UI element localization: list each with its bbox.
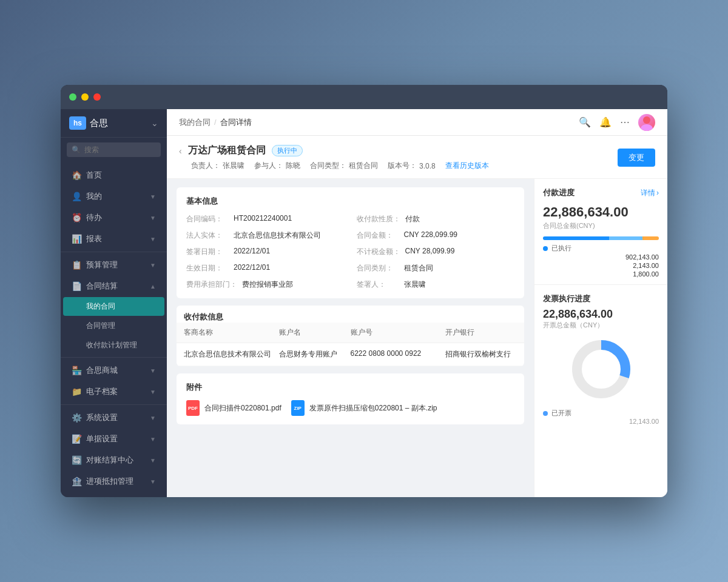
sidebar-item-biz-setting[interactable]: 🏢 对公业务设置 ▼ bbox=[63, 492, 164, 497]
table-header: 客商名称 账户名 账户号 开户银行 bbox=[177, 323, 524, 343]
cell-client: 北京合思信息技术有限公司 bbox=[184, 349, 279, 360]
info-row: 生效日期： 2022/12/01 bbox=[186, 263, 345, 273]
home-icon: 🏠 bbox=[72, 170, 81, 180]
info-row: 合同金额： CNY 228,099.99 bbox=[357, 230, 515, 241]
svg-point-1 bbox=[641, 124, 653, 131]
reconcile-icon: 🔄 bbox=[72, 455, 81, 465]
value: 付款 bbox=[405, 214, 420, 224]
sidebar-sub-label: 收付款计划管理 bbox=[86, 340, 137, 350]
col-bank: 开户银行 bbox=[445, 327, 517, 338]
chevron-right-icon: › bbox=[656, 189, 659, 197]
value: CNY 28,099.99 bbox=[405, 247, 455, 255]
amount-val: 902,143.00 bbox=[625, 253, 659, 261]
legend-dot bbox=[543, 246, 548, 251]
topbar-actions: 🔍 🔔 ⋯ bbox=[579, 114, 655, 131]
sidebar-item-label: 系统设置 bbox=[86, 412, 118, 423]
sidebar-item-tax[interactable]: 🏦 进项抵扣管理 ▼ bbox=[63, 471, 164, 492]
label: 生效日期： bbox=[186, 263, 229, 273]
meta-owner: 负责人： 张晨啸 bbox=[191, 161, 244, 171]
sidebar-item-label: 报表 bbox=[86, 233, 102, 244]
divider bbox=[61, 357, 167, 358]
sidebar-item-my-contract[interactable]: 我的合同 bbox=[63, 297, 164, 316]
sidebar-item-payment-plan[interactable]: 收付款计划管理 bbox=[63, 336, 164, 355]
logo: hs 合思 bbox=[69, 116, 108, 130]
value: CNY 228,099.99 bbox=[404, 230, 458, 239]
sidebar-item-label: 合同结算 bbox=[86, 281, 118, 292]
bell-icon[interactable]: 🔔 bbox=[599, 116, 612, 128]
meta-owner-value: 张晨啸 bbox=[223, 161, 244, 171]
sidebar-item-contract[interactable]: 📄 合同结算 ▲ bbox=[63, 276, 164, 296]
dot-green[interactable] bbox=[69, 93, 76, 101]
sidebar: hs 合思 ⌄ 🔍 🏠 首页 👤 bbox=[61, 109, 167, 497]
breadcrumb-parent[interactable]: 我的合同 bbox=[179, 117, 211, 128]
chevron-down-icon: ▼ bbox=[150, 457, 156, 464]
sidebar-item-label: 合思商城 bbox=[86, 365, 118, 376]
sidebar-search[interactable]: 🔍 bbox=[67, 142, 161, 157]
sidebar-item-budget[interactable]: 📋 预算管理 ▼ bbox=[63, 255, 164, 275]
breadcrumb: 我的合同 / 合同详情 bbox=[179, 117, 252, 128]
attachment-item: ZIP 发票原件扫描压缩包0220801 – 副本.zip bbox=[291, 400, 437, 416]
sidebar-search-input[interactable] bbox=[84, 146, 156, 154]
sidebar-item-archive[interactable]: 📁 电子档案 ▼ bbox=[63, 381, 164, 402]
detail-link[interactable]: 详情 › bbox=[641, 188, 659, 198]
value: 费控报销事业部 bbox=[242, 279, 293, 290]
sidebar-item-label: 进项抵扣管理 bbox=[86, 476, 133, 487]
sidebar-item-label: 单据设置 bbox=[86, 433, 118, 444]
progress-bar-container bbox=[543, 236, 659, 240]
donut-chart bbox=[568, 336, 635, 403]
left-panel: 基本信息 合同编码： HT200212240001 收付款性质： 付款 bbox=[167, 179, 534, 497]
cell-bank: 招商银行双榆树支行 bbox=[445, 349, 517, 360]
sidebar-sub-label: 我的合同 bbox=[86, 301, 115, 312]
doc-icon: 📝 bbox=[72, 434, 81, 444]
sidebar-item-sys-setting[interactable]: ⚙️ 系统设置 ▼ bbox=[63, 407, 164, 428]
mine-icon: 👤 bbox=[72, 192, 81, 201]
dot-yellow[interactable] bbox=[81, 93, 89, 101]
sidebar-item-home[interactable]: 🏠 首页 bbox=[63, 165, 164, 186]
donut-container bbox=[543, 336, 659, 403]
file-name[interactable]: 合同扫描件0220801.pdf bbox=[204, 403, 281, 413]
dot-red[interactable] bbox=[93, 93, 101, 101]
meta-participants-label: 参与人： bbox=[254, 161, 283, 171]
change-button[interactable]: 变更 bbox=[618, 149, 655, 167]
contract-header: ‹ 万达广场租赁合同 执行中 负责人： 张晨啸 参与人： 陈晓 bbox=[167, 136, 667, 179]
cell-account-no: 6222 0808 0000 0922 bbox=[351, 349, 446, 360]
sidebar-item-mall[interactable]: 🏪 合思商城 ▼ bbox=[63, 360, 164, 381]
info-row: 不计税金额： CNY 28,099.99 bbox=[357, 247, 515, 257]
search-icon[interactable]: 🔍 bbox=[579, 116, 591, 128]
more-icon[interactable]: ⋯ bbox=[620, 116, 630, 128]
content-body: 基本信息 合同编码： HT200212240001 收付款性质： 付款 bbox=[167, 179, 667, 497]
value: 2022/12/01 bbox=[234, 247, 270, 255]
sidebar-item-contract-mgmt[interactable]: 合同管理 bbox=[63, 316, 164, 335]
back-button[interactable]: ‹ bbox=[179, 146, 182, 156]
invoice-section: 发票执行进度 22,886,634.00 开票总金额（CNY） 已开票 bbox=[534, 285, 667, 433]
sidebar-item-report[interactable]: 📊 报表 ▼ bbox=[63, 229, 164, 249]
sidebar-item-mine[interactable]: 👤 我的 ▼ bbox=[63, 186, 164, 207]
sidebar-item-reconcile[interactable]: 🔄 对账结算中心 ▼ bbox=[63, 450, 164, 470]
search-icon-small: 🔍 bbox=[72, 146, 81, 154]
meta-version-label: 版本号： bbox=[388, 161, 417, 171]
amount-rows: 902,143.00 2,143.00 1,800.00 bbox=[543, 253, 659, 278]
history-link[interactable]: 查看历史版本 bbox=[445, 161, 489, 171]
sidebar-item-todo[interactable]: ⏰ 待办 ▼ bbox=[63, 207, 164, 228]
sidebar-item-label: 预算管理 bbox=[86, 259, 118, 270]
sidebar-item-doc-setting[interactable]: 📝 单据设置 ▼ bbox=[63, 429, 164, 449]
contract-title: 万达广场租赁合同 bbox=[188, 144, 266, 157]
contract-title-row: ‹ 万达广场租赁合同 执行中 bbox=[179, 144, 489, 157]
avatar[interactable] bbox=[638, 114, 655, 131]
legend-label: 已执行 bbox=[551, 244, 571, 253]
chevron-down-icon: ▼ bbox=[150, 367, 156, 374]
collapse-icon[interactable]: ⌄ bbox=[151, 118, 158, 128]
value: 张晨啸 bbox=[404, 279, 426, 290]
sidebar-item-label: 电子档案 bbox=[86, 386, 118, 397]
label: 收付款性质： bbox=[357, 214, 400, 224]
label: 签署日期： bbox=[186, 247, 229, 257]
file-name[interactable]: 发票原件扫描压缩包0220801 – 副本.zip bbox=[309, 403, 437, 413]
chevron-down-icon: ▼ bbox=[150, 262, 156, 269]
breadcrumb-current: 合同详情 bbox=[220, 117, 252, 128]
donut-legend: 已开票 bbox=[543, 409, 659, 418]
payment-progress-title: 付款进度 bbox=[543, 187, 575, 198]
pdf-icon: PDF bbox=[186, 400, 200, 416]
invoice-label: 开票总金额（CNY） bbox=[543, 321, 659, 330]
setting-icon: ⚙️ bbox=[72, 413, 81, 423]
info-row: 签署日期： 2022/12/01 bbox=[186, 247, 345, 257]
